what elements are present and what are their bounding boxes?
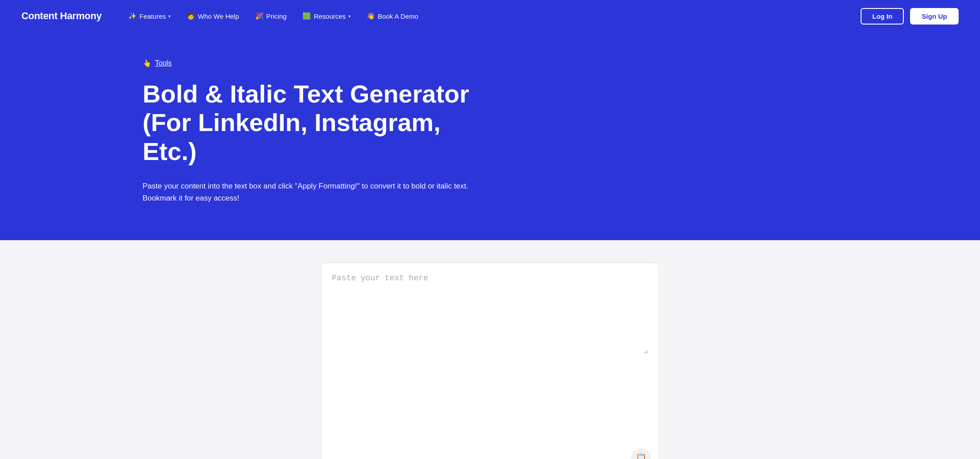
hero-section: 👆 Tools Bold & Italic Text Generator (Fo… xyxy=(0,32,980,240)
breadcrumb-icon: 👆 xyxy=(143,59,151,67)
pricing-label: Pricing xyxy=(266,12,287,20)
pricing-emoji: 🎉 xyxy=(255,12,264,20)
nav-pricing[interactable]: 🎉 Pricing xyxy=(255,12,287,20)
nav-actions: Log In Sign Up xyxy=(861,8,959,25)
tool-card: 📋 xyxy=(321,262,659,459)
who-we-help-emoji: 🧑 xyxy=(187,12,195,20)
nav-links: ✨ Features ▾ 🧑 Who We Help 🎉 Pricing 🟩 R… xyxy=(128,12,861,20)
breadcrumb-link[interactable]: Tools xyxy=(155,59,172,67)
features-chevron: ▾ xyxy=(168,14,171,19)
features-emoji: ✨ xyxy=(128,12,137,20)
paste-button[interactable]: 📋 xyxy=(631,448,651,459)
resources-chevron: ▾ xyxy=(348,14,351,19)
site-logo[interactable]: Content Harmony xyxy=(21,10,102,22)
main-content: 📋 xyxy=(0,240,980,459)
book-demo-label: Book A Demo xyxy=(378,12,418,20)
breadcrumb: 👆 Tools xyxy=(143,59,959,67)
login-button[interactable]: Log In xyxy=(861,8,904,25)
who-we-help-label: Who We Help xyxy=(198,12,239,20)
text-input[interactable] xyxy=(332,274,648,354)
resources-label: Resources xyxy=(314,12,346,20)
nav-who-we-help[interactable]: 🧑 Who We Help xyxy=(187,12,239,20)
hero-subtitle: Paste your content into the text box and… xyxy=(143,180,481,204)
signup-button[interactable]: Sign Up xyxy=(910,8,959,25)
paste-icon: 📋 xyxy=(636,453,647,459)
book-demo-emoji: 👋 xyxy=(367,12,375,20)
page-title: Bold & Italic Text Generator (For Linked… xyxy=(143,80,490,166)
resources-emoji: 🟩 xyxy=(302,12,311,20)
nav-features[interactable]: ✨ Features ▾ xyxy=(128,12,171,20)
nav-resources[interactable]: 🟩 Resources ▾ xyxy=(302,12,351,20)
nav-book-demo[interactable]: 👋 Book A Demo xyxy=(367,12,418,20)
features-label: Features xyxy=(139,12,166,20)
navbar: Content Harmony ✨ Features ▾ 🧑 Who We He… xyxy=(0,0,980,32)
